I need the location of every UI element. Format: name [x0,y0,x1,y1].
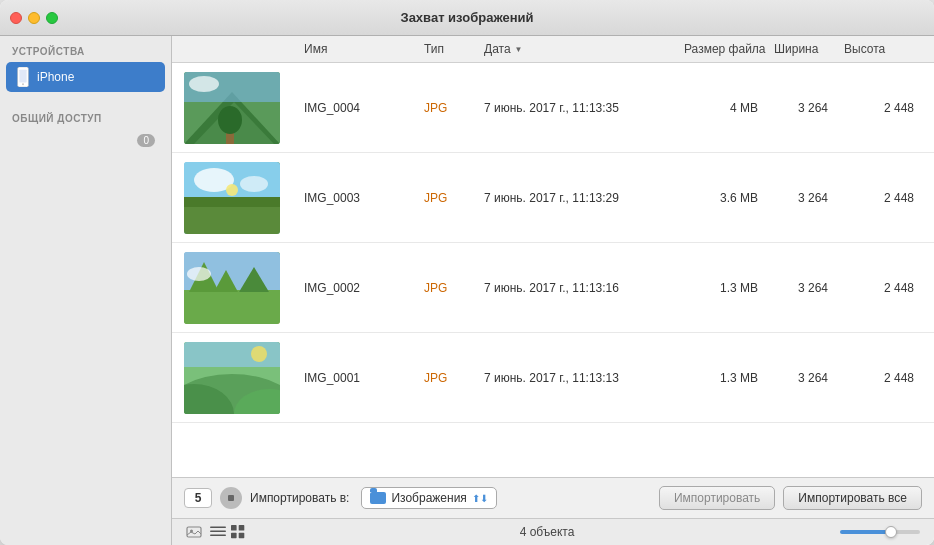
file-size: 4 MB [684,101,774,115]
table-row[interactable]: IMG_0001JPG7 июнь. 2017 г., 11:13:131.3 … [172,333,934,423]
photo-thumbnail [184,162,280,234]
file-type: JPG [424,371,484,385]
svg-rect-36 [231,533,237,539]
minimize-button[interactable] [28,12,40,24]
image-height: 2 448 [844,101,914,115]
file-size: 1.3 MB [684,371,774,385]
svg-rect-1 [19,70,26,83]
shared-section-header: ОБЩИЙ ДОСТУП [0,103,171,128]
photo-thumbnail [184,342,280,414]
svg-rect-33 [210,534,226,536]
svg-point-7 [189,76,219,92]
file-date: 7 июнь. 2017 г., 11:13:13 [484,371,684,385]
titlebar: Захват изображений [0,0,934,36]
svg-rect-34 [231,525,237,531]
app-window: Захват изображений УСТРОЙСТВА iPhone ОБЩ… [0,0,934,545]
image-width: 3 264 [774,191,844,205]
file-name: IMG_0002 [304,281,424,295]
window-title: Захват изображений [400,10,533,25]
select-arrow-icon: ⬆⬇ [472,493,488,504]
file-name: IMG_0001 [304,371,424,385]
date-sort-chevron: ▼ [515,45,523,54]
sidebar: УСТРОЙСТВА iPhone ОБЩИЙ ДОСТУП 0 [0,36,172,545]
thumbnail-cell [184,72,304,144]
sidebar-item-shared: 0 [6,129,165,152]
svg-rect-28 [228,495,234,501]
import-bar: 5 Импортировать в: Изображения ⬆⬇ Импорт… [172,477,934,518]
stop-icon [226,493,236,503]
svg-rect-14 [184,197,280,207]
image-height: 2 448 [844,281,914,295]
table-row[interactable]: IMG_0003JPG7 июнь. 2017 г., 11:13:293.6 … [172,153,934,243]
image-width: 3 264 [774,371,844,385]
stop-button[interactable] [220,487,242,509]
svg-rect-35 [239,525,245,531]
slider-thumb[interactable] [885,526,897,538]
main-content: Имя Тип Дата ▼ Размер файла Ширина Высот… [172,36,934,545]
file-date: 7 июнь. 2017 г., 11:13:35 [484,101,684,115]
footer-bar: 4 объекта [172,518,934,545]
file-type: JPG [424,101,484,115]
svg-point-21 [187,267,211,281]
file-size: 1.3 MB [684,281,774,295]
shared-section: ОБЩИЙ ДОСТУП 0 [0,103,171,153]
svg-rect-37 [239,533,245,539]
window-controls[interactable] [10,12,58,24]
image-width: 3 264 [774,281,844,295]
import-photo-icon [186,524,202,540]
svg-rect-32 [210,530,226,532]
file-type: JPG [424,191,484,205]
close-button[interactable] [10,12,22,24]
zoom-slider[interactable] [840,530,920,534]
file-name: IMG_0004 [304,101,424,115]
file-date: 7 июнь. 2017 г., 11:13:16 [484,281,684,295]
slider-track [840,530,920,534]
file-date: 7 июнь. 2017 г., 11:13:29 [484,191,684,205]
object-count: 4 объекта [254,525,840,539]
list-view-icon[interactable] [210,525,226,539]
col-header-size[interactable]: Размер файла [684,42,774,56]
photo-thumbnail [184,252,280,324]
thumbnail-cell [184,252,304,324]
maximize-button[interactable] [46,12,58,24]
col-header-height[interactable]: Высота [844,42,914,56]
iphone-label: iPhone [37,70,74,84]
grid-view-icon[interactable] [230,525,246,539]
selected-count: 5 [184,488,212,508]
svg-point-27 [251,346,267,362]
import-all-button[interactable]: Импортировать все [783,486,922,510]
svg-point-15 [226,184,238,196]
table-row[interactable]: IMG_0004JPG7 июнь. 2017 г., 11:13:354 MB… [172,63,934,153]
devices-section-header: УСТРОЙСТВА [0,36,171,61]
image-height: 2 448 [844,371,914,385]
svg-point-9 [218,106,242,134]
svg-rect-17 [184,290,280,324]
image-height: 2 448 [844,191,914,205]
svg-point-2 [22,83,24,85]
table-body: IMG_0004JPG7 июнь. 2017 г., 11:13:354 MB… [172,63,934,477]
sidebar-item-iphone[interactable]: iPhone [6,62,165,92]
col-header-name[interactable]: Имя [304,42,424,56]
col-header-width[interactable]: Ширина [774,42,844,56]
iphone-icon [16,67,30,87]
import-dest-label: Импортировать в: [250,491,349,505]
table-row[interactable]: IMG_0002JPG7 июнь. 2017 г., 11:13:161.3 … [172,243,934,333]
thumbnail-cell [184,162,304,234]
table-header: Имя Тип Дата ▼ Размер файла Ширина Высот… [172,36,934,63]
import-destination-picker[interactable]: Изображения ⬆⬇ [361,487,496,509]
svg-point-13 [240,176,268,192]
file-name: IMG_0003 [304,191,424,205]
svg-rect-31 [210,526,226,528]
destination-name: Изображения [391,491,466,505]
file-size: 3.6 MB [684,191,774,205]
col-header-date[interactable]: Дата ▼ [484,42,684,56]
thumbnail-cell [184,342,304,414]
col-header-type[interactable]: Тип [424,42,484,56]
image-width: 3 264 [774,101,844,115]
shared-badge: 0 [137,134,155,147]
folder-icon [370,492,386,504]
content-area: УСТРОЙСТВА iPhone ОБЩИЙ ДОСТУП 0 [0,36,934,545]
file-type: JPG [424,281,484,295]
import-button[interactable]: Импортировать [659,486,775,510]
photo-thumbnail [184,72,280,144]
